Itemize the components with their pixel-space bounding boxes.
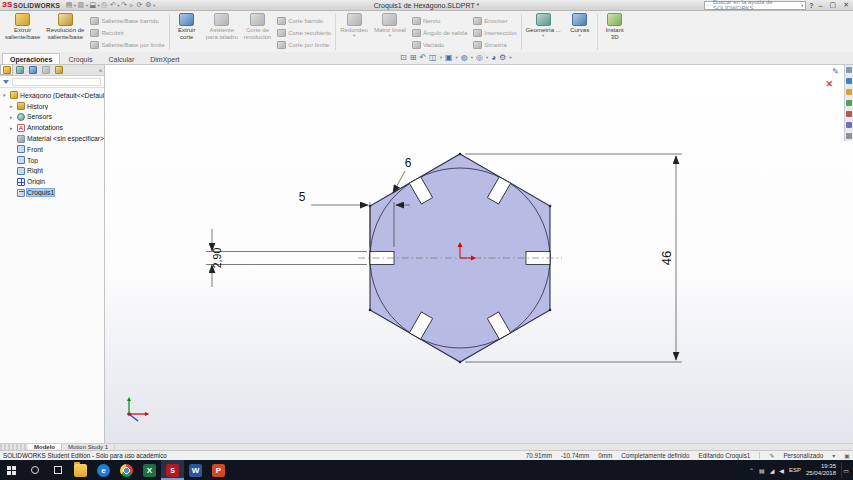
taskbar-clock[interactable]: 19:35 25/04/2018 [806, 463, 836, 477]
dimxpertmanager-tab[interactable] [39, 65, 52, 75]
tree-row-annotations[interactable]: ▸ A Annotations [0, 122, 104, 133]
new-file-icon[interactable]: ▤ [64, 0, 74, 10]
language-indicator[interactable]: ESP [789, 467, 801, 473]
loft-cut-button[interactable]: Corte recubierto [277, 27, 331, 38]
zoom-fit-icon[interactable]: ⊡ [400, 53, 407, 62]
edit-appearance-icon[interactable]: ◕ [491, 53, 496, 62]
linear-pattern-button[interactable]: Matriz lineal ▾ [371, 12, 409, 52]
extrude-boss-button[interactable]: Extruir saliente/base [2, 12, 43, 52]
expander-icon[interactable]: ▾ [3, 92, 8, 98]
design-library-tab-icon[interactable] [846, 78, 852, 84]
unit-system[interactable]: Personalizado [783, 452, 823, 459]
reference-geometry-button[interactable]: Geometría ... ▾ [523, 12, 564, 52]
view-orientation-icon[interactable]: ▣ [445, 53, 453, 62]
sketch-canvas[interactable]: 46 2,90 5 6 [105, 65, 853, 443]
tree-row-sensors[interactable]: ▸ Sensors [0, 112, 104, 123]
expander-icon[interactable]: ▸ [10, 114, 15, 120]
loft-boss-button[interactable]: Recubrir [90, 27, 164, 38]
display-style-dropdown-icon[interactable]: ▾ [471, 55, 473, 60]
view-palette-tab-icon[interactable] [846, 100, 852, 106]
edit-sketch-status-icon[interactable]: ✎ [769, 452, 774, 459]
tab-croquis[interactable]: Croquis [60, 53, 100, 64]
extrude-cut-button[interactable]: Extruir corte [171, 12, 203, 52]
tag-icon[interactable]: ▣ [844, 452, 850, 459]
search-dropdown-icon[interactable]: ▾ [801, 3, 803, 8]
chrome-button[interactable] [115, 460, 138, 480]
graphics-viewport[interactable]: 46 2,90 5 6 [105, 65, 853, 443]
maximize-button[interactable]: ▢ [828, 1, 839, 9]
tree-row-front-plane[interactable]: Front [0, 144, 104, 155]
tab-dimxpert[interactable]: DimXpert [142, 53, 187, 64]
word-button[interactable]: W [184, 460, 207, 480]
undo-icon[interactable]: ↶ [108, 0, 117, 10]
fillet-dropdown-icon[interactable]: ▾ [353, 34, 355, 38]
boundary-cut-button[interactable]: Corte por límite [277, 39, 331, 50]
forum-tab-icon[interactable] [846, 133, 852, 139]
rebuild-icon[interactable]: ⟳ [135, 0, 144, 10]
appearances-tab-icon[interactable] [846, 111, 852, 117]
start-button[interactable] [0, 460, 23, 480]
cortana-search-button[interactable] [23, 460, 46, 480]
volume-icon[interactable]: ◀ [779, 467, 784, 474]
solidworks-taskbar-button[interactable]: S [161, 460, 184, 480]
configurationmanager-tab[interactable] [26, 65, 39, 75]
displaymanager-tab[interactable] [52, 65, 65, 75]
section-view-icon[interactable]: ◫ [429, 53, 437, 62]
filter-funnel-icon[interactable] [3, 80, 9, 84]
panel-chevron-icon[interactable]: » [99, 67, 102, 73]
minimize-button[interactable]: – [817, 2, 825, 9]
help-search-input[interactable]: ◌ Buscar en la ayuda de SOLIDWORKS ▾ [704, 1, 806, 10]
rib-button[interactable]: Nervio [412, 15, 467, 26]
boundary-boss-button[interactable]: Saliente/Base por límite [90, 39, 164, 50]
swept-boss-button[interactable]: Saliente/Base barrido [90, 15, 164, 26]
reference-geometry-dropdown-icon[interactable]: ▾ [542, 34, 544, 38]
mirror-button[interactable]: Simetría [473, 39, 516, 50]
splitter-handle[interactable] [0, 444, 28, 450]
hole-wizard-button[interactable]: Asistente para taladro [203, 12, 241, 52]
edge-button[interactable]: e [92, 460, 115, 480]
tree-row-origin[interactable]: Origin [0, 176, 104, 187]
tab-operaciones[interactable]: Operaciones [2, 53, 60, 64]
help-icon[interactable]: ? [809, 2, 813, 9]
hide-show-dropdown-icon[interactable]: ▾ [486, 55, 488, 60]
revolve-cut-button[interactable]: Corte de revolución [241, 12, 274, 52]
task-view-button[interactable] [46, 460, 69, 480]
tree-row-right-plane[interactable]: Right [0, 166, 104, 177]
intersect-button[interactable]: Intersección [473, 27, 516, 38]
file-explorer-tab-icon[interactable] [846, 89, 852, 95]
close-button[interactable]: ✕ [841, 1, 851, 9]
expander-icon[interactable]: ▸ [10, 103, 15, 109]
dimension-slot-width-290[interactable]: 2,90 [206, 229, 367, 287]
section-view-dropdown-icon[interactable]: ▾ [440, 55, 442, 60]
print-icon[interactable]: ⎙ [100, 0, 109, 10]
view-settings-dropdown-icon[interactable]: ▾ [509, 55, 511, 60]
shell-button[interactable]: Vaciado [412, 39, 467, 50]
save-icon[interactable]: ⬓ [88, 0, 98, 10]
previous-view-icon[interactable]: ↶ [419, 53, 426, 62]
excel-button[interactable]: X [138, 460, 161, 480]
tree-row-material[interactable]: Material <sin especificar> [0, 133, 104, 144]
powerpoint-button[interactable]: P [207, 460, 230, 480]
redo-icon[interactable]: ↷ [120, 0, 129, 10]
curves-button[interactable]: Curvas ▾ [564, 12, 596, 52]
filter-input[interactable] [12, 78, 101, 86]
custom-properties-tab-icon[interactable] [846, 122, 852, 128]
battery-icon[interactable]: ▤ [759, 467, 765, 474]
fillet-button[interactable]: Redondeo ▾ [337, 12, 371, 52]
cancel-sketch-icon[interactable]: ✕ [825, 79, 833, 89]
tree-row-croquis1[interactable]: Croquis1 [0, 187, 104, 198]
tab-calcular[interactable]: Calcular [101, 53, 143, 64]
network-icon[interactable]: ◢ [770, 467, 775, 474]
tray-expand-icon[interactable]: ⌃ [749, 467, 754, 474]
resources-tab-icon[interactable] [846, 67, 852, 73]
featuremanager-tab[interactable] [0, 65, 13, 75]
revolve-boss-button[interactable]: Revolución de saliente/base [43, 12, 87, 52]
unit-system-dropdown-icon[interactable]: ▾ [832, 452, 835, 459]
file-explorer-button[interactable] [69, 460, 92, 480]
tree-row-top-plane[interactable]: Top [0, 155, 104, 166]
options-dropdown-icon[interactable]: ▾ [153, 3, 155, 8]
hide-show-items-icon[interactable]: ◎ [476, 53, 483, 62]
tab-motion-study[interactable]: Motion Study 1 [62, 444, 115, 450]
tab-modelo[interactable]: Modelo [28, 444, 62, 450]
expander-icon[interactable]: ▸ [10, 125, 15, 131]
